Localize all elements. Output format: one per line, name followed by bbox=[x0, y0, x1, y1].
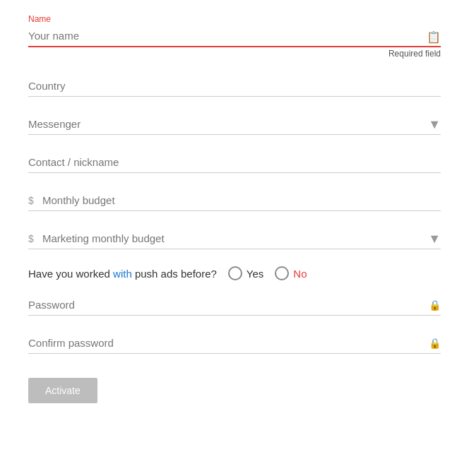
no-radio-label: No bbox=[293, 268, 307, 280]
confirm-password-input[interactable] bbox=[28, 333, 441, 354]
marketing-budget-field-group: $ ▼ bbox=[28, 228, 441, 249]
push-ads-question-part1: Have you worked bbox=[28, 268, 113, 280]
no-radio-option[interactable]: No bbox=[275, 266, 307, 280]
confirm-password-field-group: 🔒 bbox=[28, 333, 441, 354]
contact-input[interactable] bbox=[28, 152, 441, 173]
push-ads-question: Have you worked with push ads before? bbox=[28, 268, 217, 280]
password-input[interactable] bbox=[28, 294, 441, 316]
password-field-group: 🔒 bbox=[28, 294, 441, 316]
messenger-field-group: ▼ bbox=[28, 114, 441, 135]
name-doc-icon: 📋 bbox=[427, 30, 441, 43]
monthly-budget-input[interactable] bbox=[28, 190, 441, 211]
push-ads-highlight: with bbox=[113, 268, 132, 280]
no-radio-circle bbox=[275, 266, 289, 280]
monthly-budget-field-group: $ bbox=[28, 190, 441, 211]
confirm-password-lock-icon[interactable]: 🔒 bbox=[429, 338, 441, 349]
confirm-password-input-wrapper: 🔒 bbox=[28, 333, 441, 354]
country-input-wrapper bbox=[28, 76, 441, 97]
yes-radio-circle bbox=[228, 266, 242, 280]
messenger-input[interactable] bbox=[28, 114, 441, 135]
country-input[interactable] bbox=[28, 76, 441, 97]
marketing-budget-input[interactable] bbox=[28, 228, 441, 249]
push-ads-row: Have you worked with push ads before? Ye… bbox=[28, 266, 441, 280]
country-field-group bbox=[28, 76, 441, 97]
name-field-group: Name 📋 Required field bbox=[28, 14, 441, 59]
marketing-budget-wrapper: $ ▼ bbox=[28, 228, 441, 249]
password-input-wrapper: 🔒 bbox=[28, 294, 441, 316]
name-input-wrapper: 📋 bbox=[28, 25, 441, 47]
activate-button-group: Activate bbox=[28, 371, 441, 403]
required-field-message: Required field bbox=[28, 49, 441, 59]
messenger-input-wrapper: ▼ bbox=[28, 114, 441, 135]
monthly-budget-wrapper: $ bbox=[28, 190, 441, 211]
name-label: Name bbox=[28, 14, 441, 24]
yes-radio-label: Yes bbox=[247, 268, 263, 280]
activate-button[interactable]: Activate bbox=[28, 378, 97, 403]
marketing-budget-dollar-icon: $ bbox=[28, 233, 34, 244]
contact-input-wrapper bbox=[28, 152, 441, 173]
contact-field-group bbox=[28, 152, 441, 173]
name-input[interactable] bbox=[28, 25, 441, 47]
yes-radio-option[interactable]: Yes bbox=[228, 266, 263, 280]
password-lock-icon[interactable]: 🔒 bbox=[429, 299, 441, 311]
push-ads-question-part2: push ads before? bbox=[132, 268, 217, 280]
monthly-budget-dollar-icon: $ bbox=[28, 195, 34, 206]
